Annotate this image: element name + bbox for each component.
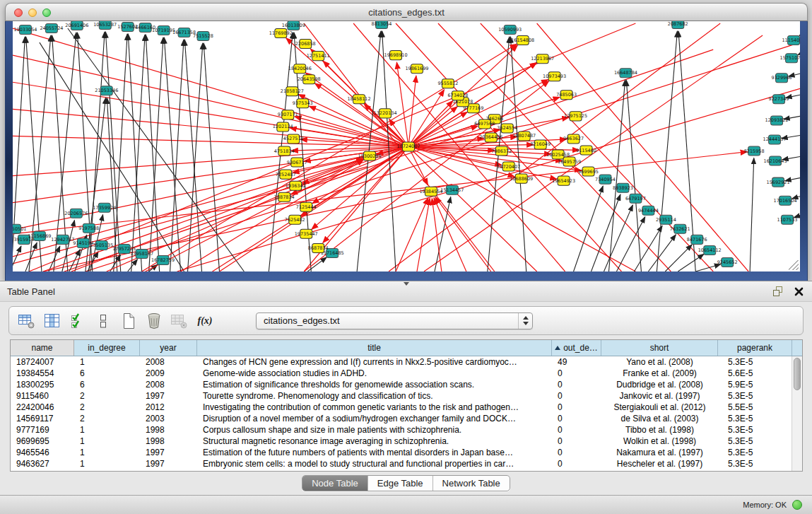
graph-edge xyxy=(434,198,466,271)
table-panel: Table Panel xyxy=(0,281,812,495)
graph-node-label: 12444137 xyxy=(763,136,787,142)
graph-node-label: 6497568 xyxy=(474,121,495,127)
graph-node-label: 7986372 xyxy=(491,148,512,154)
table-cell: 5.9E-5 xyxy=(718,380,792,390)
column-header-pagerank[interactable]: pagerank xyxy=(718,340,792,356)
table-cell: 5.3E-5 xyxy=(718,436,792,446)
table-cell: Nakamura et al. (1997) xyxy=(601,448,718,457)
graph-edge xyxy=(77,33,92,271)
table-cell: 0 xyxy=(552,380,601,390)
graph-node-label: 2935114 xyxy=(656,217,676,223)
graph-node-label: 12751411 xyxy=(307,53,330,59)
close-panel-icon[interactable] xyxy=(794,287,804,296)
float-panel-icon[interactable] xyxy=(773,286,784,296)
tab-node-table[interactable]: Node Table xyxy=(302,476,368,491)
node-table: namein_degreeyeartitleout_de…shortpagera… xyxy=(10,339,803,472)
function-builder-button[interactable]: f(x) xyxy=(194,310,216,332)
table-row[interactable]: 2242004622012Investigating the contribut… xyxy=(11,402,802,413)
graph-node-label: 8471676 xyxy=(687,237,707,243)
table-row[interactable]: 1830029562008Estimation of significance … xyxy=(11,379,802,390)
graph-node-label: 16782759 xyxy=(151,257,175,263)
graph-node-label: 19654923 xyxy=(552,178,575,184)
graph-node-label: 19384554 xyxy=(419,189,442,194)
citation-network-graph[interactable]: 1903305424055724206914061065328715276026… xyxy=(13,21,800,271)
table-header-row: namein_degreeyeartitleout_de…shortpagera… xyxy=(11,340,802,356)
column-header-in_degree[interactable]: in_degree xyxy=(74,340,140,356)
graph-node-label: 20364436 xyxy=(479,134,502,140)
table-row[interactable]: 1938455462009Genome-wide association stu… xyxy=(11,368,802,379)
table-row[interactable]: 946362711997Embryonic stem cells: a mode… xyxy=(11,458,802,469)
graph-edge xyxy=(481,23,713,271)
table-cell: Structural magnetic resonance image aver… xyxy=(197,436,552,446)
table-cell: 18724007 xyxy=(11,357,74,367)
select-rows-button[interactable] xyxy=(66,310,89,332)
graph-node-label: 13505135 xyxy=(90,243,113,248)
graph-node-label: 4527512 xyxy=(283,136,304,141)
graph-node-label: 1887834 xyxy=(274,194,295,200)
table-cell: 5.3E-5 xyxy=(718,391,792,401)
table-row[interactable]: 969969511998Structural magnetic resonanc… xyxy=(11,436,802,447)
column-header-title[interactable]: title xyxy=(197,340,552,356)
graph-edge xyxy=(510,37,526,271)
minimize-window-button[interactable] xyxy=(28,8,37,17)
column-header-out_de[interactable]: out_de… xyxy=(552,340,601,356)
graph-node-label: 20206576 xyxy=(64,211,88,216)
graph-node-label: 9329966 xyxy=(772,75,792,81)
graph-edge xyxy=(648,235,676,271)
table-cell: 5.3E-5 xyxy=(718,448,792,457)
table-row[interactable]: 946554611997Estimation of the future num… xyxy=(11,447,802,458)
graph-node-label: 7340954 xyxy=(595,177,616,182)
table-cell: Jankovic et al. (1997) xyxy=(601,391,718,401)
scrollbar-thumb[interactable] xyxy=(794,358,801,390)
graph-node-label: 9474444 xyxy=(638,208,659,214)
combo-spinner-icon[interactable] xyxy=(518,313,532,329)
table-cell: 0 xyxy=(552,436,601,446)
graph-node-label: 8813054 xyxy=(372,21,392,27)
network-canvas[interactable]: 1903305424055724206914061065328715276026… xyxy=(13,21,800,271)
graph-node-label: 17016504 xyxy=(774,198,797,204)
table-row[interactable]: 911546021997Tourette syndrome. Phenomeno… xyxy=(11,390,802,402)
graph-node-label: 7632621 xyxy=(670,226,690,232)
graph-edge xyxy=(424,35,763,271)
delete-table-button[interactable] xyxy=(143,310,165,332)
table-cell: Hescheler et al. (1997) xyxy=(601,459,718,469)
table-mode-switcher: Node Table Edge Table Network Table xyxy=(302,475,510,491)
graph-edge xyxy=(657,31,677,271)
table-cell: 14569117 xyxy=(11,414,74,424)
table-row[interactable]: 977716911998Corpus callosum shape and si… xyxy=(11,424,802,436)
tab-edge-table[interactable]: Edge Table xyxy=(368,476,433,491)
column-header-name[interactable]: name xyxy=(11,340,74,356)
table-row[interactable]: 1872400712008Changes of HCN gene express… xyxy=(11,356,802,368)
zoom-window-button[interactable] xyxy=(42,8,51,17)
tab-network-table[interactable]: Network Table xyxy=(433,476,510,491)
new-table-button[interactable] xyxy=(117,310,140,332)
vertical-scrollbar[interactable] xyxy=(792,356,802,471)
panel-drag-handle-icon[interactable] xyxy=(404,282,409,286)
column-header-year[interactable]: year xyxy=(140,340,197,356)
graph-edge xyxy=(435,197,491,271)
resize-grip-icon[interactable] xyxy=(789,260,799,270)
graph-node-label: 17359924 xyxy=(93,205,116,211)
table-cell: 9115460 xyxy=(11,391,74,401)
graph-edge xyxy=(626,80,641,271)
table-select[interactable]: citations_edges.txt xyxy=(256,313,533,329)
close-window-button[interactable] xyxy=(14,8,23,17)
delete-table-disabled-button[interactable] xyxy=(168,310,191,332)
table-cell: 1 xyxy=(74,425,140,435)
column-header-short[interactable]: short xyxy=(601,340,718,356)
table-cell: 1 xyxy=(74,448,140,457)
table-cell: Dudbridge et al. (2008) xyxy=(601,380,718,390)
table-row[interactable]: 1456911722003Disruption of a novel membe… xyxy=(11,413,802,424)
table-cell: 2003 xyxy=(140,414,197,424)
table-cell: Genome-wide association studies in ADHD. xyxy=(197,368,552,378)
graph-edge xyxy=(678,254,704,271)
row-height-button[interactable] xyxy=(92,310,114,332)
show-columns-button[interactable] xyxy=(41,310,64,332)
network-window-titlebar[interactable]: citations_edges.txt xyxy=(5,3,808,21)
table-cell: 9699695 xyxy=(11,436,74,446)
graph-node-label: 2087682 xyxy=(668,21,688,27)
graph-node-label: 9245652 xyxy=(717,259,738,265)
graph-node-label: 6479197 xyxy=(625,196,646,201)
graph-node-label: 9463627 xyxy=(563,136,584,141)
table-options-button[interactable] xyxy=(16,310,38,332)
